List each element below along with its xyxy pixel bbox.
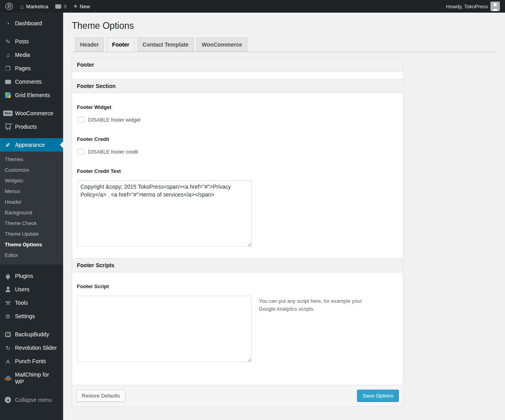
wordpress-logo-icon: Ⓡ bbox=[5, 2, 13, 10]
site-link[interactable]: ⌂ Marketica bbox=[20, 4, 48, 9]
save-options-button[interactable]: Save Options bbox=[357, 390, 399, 402]
appearance-brush-icon: ✐ bbox=[4, 142, 12, 148]
admin-bar: Ⓡ ⌂ Marketica 0 + New Howdy, TokoPress bbox=[0, 0, 505, 13]
new-label: New bbox=[80, 4, 90, 9]
tab-woocommerce[interactable]: WooCommerce bbox=[196, 38, 247, 52]
sidebar-item-media[interactable]: ♫ Media bbox=[0, 48, 63, 62]
tools-wrench-icon: ⚒ bbox=[4, 300, 12, 306]
grid-elements-icon bbox=[4, 92, 12, 98]
footer-script-textarea[interactable] bbox=[77, 296, 252, 362]
site-name: Marketica bbox=[26, 4, 48, 9]
backup-drive-icon bbox=[4, 332, 12, 337]
dashboard-icon: ◔ bbox=[4, 21, 12, 26]
tab-header[interactable]: Header bbox=[75, 38, 104, 52]
tab-bar: Header Footer Contact Template WooCommer… bbox=[72, 38, 497, 52]
comments-bubble-icon bbox=[55, 4, 61, 9]
sidebar-item-posts[interactable]: ✎ Posts bbox=[0, 35, 63, 48]
pin-icon: ✎ bbox=[4, 39, 12, 45]
footer-section-body: Footer Widget DISABLE footer widget Foot… bbox=[72, 93, 403, 258]
users-icon bbox=[4, 287, 12, 292]
wordpress-logo-menu[interactable]: Ⓡ bbox=[5, 2, 13, 10]
account-menu[interactable]: Howdy, TokoPress bbox=[446, 2, 500, 11]
mailchimp-monkey-icon bbox=[4, 376, 12, 381]
sidebar-item-punch-fonts[interactable]: A Punch Fonts bbox=[0, 354, 63, 368]
letter-a-icon: A bbox=[4, 358, 12, 364]
footer-script-help-text: You can put any script here, for example… bbox=[259, 296, 377, 313]
restore-defaults-button[interactable]: Restore Defaults bbox=[76, 390, 125, 402]
plugin-icon bbox=[4, 274, 12, 278]
sidebar-item-woocommerce[interactable]: Woo WooCommerce bbox=[0, 107, 63, 120]
pages-icon: ❐ bbox=[4, 66, 12, 71]
footer-credit-label: Footer Credit bbox=[77, 136, 398, 142]
sidebar-item-collapse-menu[interactable]: ◀ Collapse menu bbox=[0, 393, 63, 407]
comments-count: 0 bbox=[64, 4, 66, 9]
tab-contact-template[interactable]: Contact Template bbox=[137, 38, 193, 52]
submenu-item-editor[interactable]: Editor bbox=[0, 250, 63, 261]
sidebar-item-products[interactable]: Products bbox=[0, 120, 63, 133]
media-icon: ♫ bbox=[4, 52, 12, 58]
sidebar-item-mailchimp[interactable]: MailChimp for WP bbox=[0, 368, 63, 388]
sidebar-item-users[interactable]: Users bbox=[0, 283, 63, 296]
submenu-item-menus[interactable]: Menus bbox=[0, 186, 63, 197]
sidebar-item-comments[interactable]: Comments bbox=[0, 75, 63, 88]
appearance-submenu: Themes Customize Widgets Menus Header Ba… bbox=[0, 152, 63, 264]
section-title-footer-section: Footer Section bbox=[72, 79, 403, 93]
sidebar-item-dashboard[interactable]: ◔ Dashboard bbox=[0, 17, 63, 30]
footer-scripts-body: Footer Script You can put any script her… bbox=[72, 272, 403, 385]
page-title: Theme Options bbox=[72, 21, 497, 31]
footer-script-label: Footer Script bbox=[77, 283, 398, 289]
howdy-text: Howdy, TokoPress bbox=[446, 4, 488, 9]
main-content: Theme Options Header Footer Contact Temp… bbox=[63, 0, 505, 420]
footer-credit-text-label: Footer Credit Text bbox=[77, 168, 398, 174]
sidebar-item-grid-elements[interactable]: Grid Elements bbox=[0, 88, 63, 102]
box-title-footer: Footer bbox=[72, 58, 403, 72]
disable-footer-widget-label: DISABLE footer widget bbox=[88, 117, 140, 123]
home-icon: ⌂ bbox=[20, 4, 24, 9]
collapse-arrow-icon: ◀ bbox=[4, 397, 12, 403]
disable-footer-widget-checkbox[interactable] bbox=[78, 116, 84, 123]
submenu-item-widgets[interactable]: Widgets bbox=[0, 175, 63, 186]
settings-icon: ⚙ bbox=[4, 313, 12, 319]
sidebar-item-tools[interactable]: ⚒ Tools bbox=[0, 296, 63, 309]
submenu-item-themes[interactable]: Themes bbox=[0, 154, 63, 165]
footer-credit-text-textarea[interactable]: Copyright &copy; 2015 TokoPress<span><a … bbox=[77, 180, 252, 247]
comments-icon bbox=[4, 80, 12, 84]
admin-sidebar: ◔ Dashboard ✎ Posts ♫ Media ❐ Pages Comm… bbox=[0, 13, 63, 420]
plus-icon: + bbox=[74, 3, 77, 9]
submenu-item-background[interactable]: Background bbox=[0, 207, 63, 218]
cart-icon bbox=[4, 125, 12, 129]
section-title-footer-scripts: Footer Scripts bbox=[72, 258, 403, 272]
sidebar-item-backupbuddy[interactable]: BackupBuddy bbox=[0, 328, 63, 341]
footer-widget-label: Footer Widget bbox=[77, 104, 398, 110]
panel-action-bar: Restore Defaults Save Options bbox=[72, 385, 403, 406]
sidebar-item-plugins[interactable]: Plugins bbox=[0, 269, 63, 283]
woocommerce-icon: Woo bbox=[4, 111, 12, 116]
avatar bbox=[490, 2, 500, 11]
sidebar-item-pages[interactable]: ❐ Pages bbox=[0, 62, 63, 75]
submenu-item-customize[interactable]: Customize bbox=[0, 165, 63, 175]
sidebar-item-appearance[interactable]: ✐ Appearance bbox=[0, 138, 63, 152]
tab-footer[interactable]: Footer bbox=[107, 38, 135, 52]
submenu-item-header[interactable]: Header bbox=[0, 197, 63, 207]
new-menu[interactable]: + New bbox=[74, 3, 90, 9]
submenu-item-theme-update[interactable]: Theme Update bbox=[0, 229, 63, 239]
comments-shortcut[interactable]: 0 bbox=[55, 4, 66, 9]
submenu-item-theme-options[interactable]: Theme Options bbox=[0, 239, 63, 250]
sidebar-item-revolution-slider[interactable]: ↻ Revolution Slider bbox=[0, 341, 63, 354]
submenu-item-theme-check[interactable]: Theme Check bbox=[0, 218, 63, 229]
sidebar-item-settings[interactable]: ⚙ Settings bbox=[0, 309, 63, 323]
theme-options-panel: Footer Footer Section Footer Widget DISA… bbox=[72, 58, 403, 407]
disable-footer-credit-checkbox[interactable] bbox=[78, 148, 84, 155]
rotate-arrows-icon: ↻ bbox=[4, 345, 12, 351]
disable-footer-credit-label: DISABLE footer credit bbox=[88, 149, 138, 155]
